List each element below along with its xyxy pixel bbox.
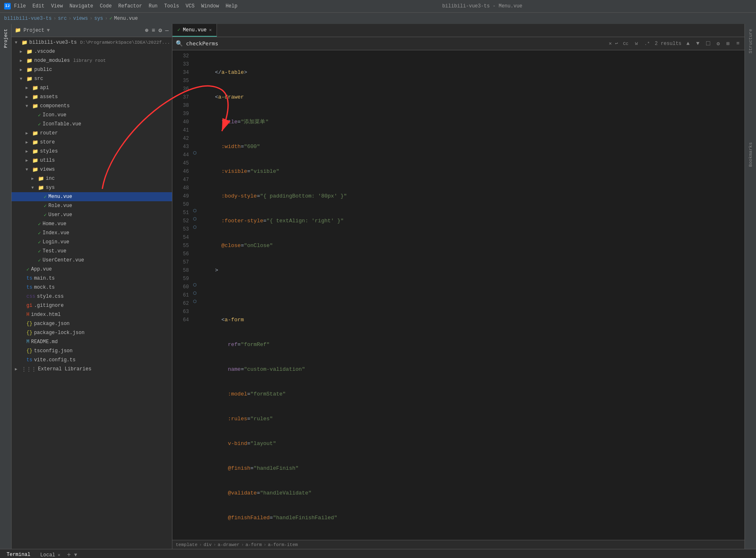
locate-icon[interactable]: ⊕ [145,27,148,34]
menu-item-refactor[interactable]: Refactor [118,3,142,9]
tree-index-vue[interactable]: ▶ ✓ Index.vue [12,228,172,238]
tree-assets[interactable]: ▶ 📁 assets [12,92,172,101]
item-label: Icon.vue [42,112,66,118]
css-icon: css [26,294,35,299]
tree-api[interactable]: ▶ 📁 api [12,83,172,92]
regex-btn[interactable]: .* [643,40,651,47]
tab-close-button[interactable]: ✕ [209,27,212,33]
minimize-icon[interactable]: — [165,27,169,34]
menu-item-window[interactable]: Window [201,3,219,9]
terminal-close[interactable]: ✕ [58,552,61,558]
breadcrumb-div[interactable]: div [203,542,212,547]
tree-inc[interactable]: ▶ 📁 inc [12,174,172,183]
code-line-43: ref="formRef" [199,341,744,349]
tree-tsconfig-json[interactable]: ▶ {} tsconfig.json [12,346,172,356]
tree-mock-ts[interactable]: ▶ ts mock.ts [12,283,172,292]
menu-item-run[interactable]: Run [148,3,158,9]
tree-index-html[interactable]: ▶ H index.html [12,310,172,319]
filter-icon[interactable]: ≡ [735,40,741,47]
tree-usercenter-vue[interactable]: ▶ ✓ UserCenter.vue [12,256,172,265]
match-case-btn[interactable]: Cc [621,40,630,47]
code-content[interactable]: </a-table> <a-drawer title="添加菜单" :width… [199,50,744,540]
tree-sys[interactable]: ▼ 📁 sys [12,183,172,192]
tree-router[interactable]: ▶ 📁 router [12,129,172,138]
tree-test-vue[interactable]: ▶ ✓ Test.vue [12,247,172,256]
tree-store[interactable]: ▶ 📁 store [12,138,172,147]
tree-gitignore[interactable]: ▶ gi .gitignore [12,301,172,310]
menu-item-view[interactable]: View [51,3,63,9]
tree-root[interactable]: ▼ 📁 bilibili-vue3-ts D:\ProgramWorkSpace… [12,38,172,47]
tree-styles[interactable]: ▶ 📁 styles [12,147,172,156]
menu-item-vcs[interactable]: VCS [186,3,195,9]
breadcrumb-a-form[interactable]: a-form [245,542,262,547]
add-terminal-button[interactable]: + [67,551,71,558]
code-line-44: name="custom-validation" [199,365,744,374]
arrow-icon: ▶ [26,158,31,163]
menu-item-help[interactable]: Help [226,3,238,9]
tree-utils[interactable]: ▶ 📁 utils [12,156,172,165]
tree-home-vue[interactable]: ▶ ✓ Home.vue [12,219,172,228]
settings-icon[interactable]: ⚙ [158,27,162,34]
project-label: Project [24,28,44,33]
project-tab[interactable]: Project [2,26,10,51]
arrow-icon: ▼ [15,40,20,45]
search-input[interactable] [186,40,605,47]
tree-package-lock-json[interactable]: ▶ {} package-lock.json [12,328,172,337]
filter-btn[interactable]: ⚙ [715,40,722,48]
tree-style-css[interactable]: ▶ css style.css [12,292,172,301]
tree-src[interactable]: ▼ 📁 src [12,74,172,83]
tree-menu-vue[interactable]: ▶ ✓ Menu.vue [12,192,172,201]
next-result-btn[interactable]: ▼ [695,40,701,47]
dropdown-icon[interactable]: ▼ [47,28,49,33]
breadcrumb-a-form-item[interactable]: a-form-item [268,542,298,547]
tree-app-vue[interactable]: ▶ ✓ App.vue [12,265,172,274]
tree-node-modules[interactable]: ▶ 📁 node_modules library root [12,56,172,65]
tree-role-vue[interactable]: ▶ ✓ Role.vue [12,201,172,210]
tree-icon-vue[interactable]: ▶ ✓ Icon.vue [12,111,172,120]
tree-components[interactable]: ▼ 📁 components [12,101,172,111]
find-all-btn[interactable]: □ [704,39,712,48]
breadcrumb-template[interactable]: template [176,542,198,547]
tree-external-libraries[interactable]: ▶ ⋮⋮⋮ External Libraries [12,365,172,374]
tree-user-vue[interactable]: ▶ ✓ User.vue [12,210,172,219]
menu-item-code[interactable]: Code [100,3,112,9]
tree-readme-md[interactable]: ▶ M README.md [12,337,172,346]
search-clear-button[interactable]: ✕ [609,40,612,47]
terminal-tab[interactable]: Terminal [3,551,34,558]
collapse-icon[interactable]: ≡ [152,27,155,34]
tree-package-json[interactable]: ▶ {} package.json [12,319,172,328]
tree-vite-config-ts[interactable]: ▶ ts vite.config.ts [12,356,172,365]
tree-main-ts[interactable]: ▶ ts main.ts [12,274,172,283]
tree-icontable-vue[interactable]: ▶ ✓ IconTable.vue [12,120,172,129]
local-tab[interactable]: Local ✕ [37,551,64,558]
bookmarks-tab[interactable]: Bookmarks [747,139,755,170]
breadcrumb-project[interactable]: bilibili-vue3-ts [4,16,52,21]
item-label: styles [40,148,58,154]
item-label: User.vue [48,212,72,218]
close-search-btn[interactable]: ⊞ [725,40,731,48]
item-label: External Libraries [38,366,92,372]
arrow-icon: ▼ [26,104,31,108]
prev-result-btn[interactable]: ▲ [685,40,691,47]
dropdown-terminal-btn[interactable]: ▼ [74,552,77,558]
tree-public[interactable]: ▶ 📁 public [12,65,172,74]
breadcrumb-src[interactable]: src [58,16,67,21]
menu-item-navigate[interactable]: Navigate [69,3,93,9]
tab-menu-vue[interactable]: ✓ Menu.vue ✕ [172,24,217,37]
item-label: public [34,67,52,73]
json-icon: {} [26,321,32,327]
tree-vscode[interactable]: ▶ 📁 .vscode [12,47,172,56]
tree-login-vue[interactable]: ▶ ✓ Login.vue [12,238,172,247]
tree-views[interactable]: ▼ 📁 views [12,165,172,174]
menu-item-file[interactable]: File [14,3,26,9]
breadcrumb-a-drawer[interactable]: a-drawer [218,542,240,547]
whole-word-btn[interactable]: W [634,40,640,47]
search-match-case[interactable]: ↩ [615,40,618,47]
menu-item-edit[interactable]: Edit [33,3,45,9]
titlebar-menu[interactable]: FileEditViewNavigateCodeRefactorRunTools… [14,3,238,9]
breadcrumb-views[interactable]: views [73,16,88,21]
breadcrumb-file[interactable]: Menu.vue [114,16,138,21]
breadcrumb-sys[interactable]: sys [94,16,103,21]
menu-item-tools[interactable]: Tools [164,3,179,9]
structure-tab[interactable]: Structure [747,26,755,57]
